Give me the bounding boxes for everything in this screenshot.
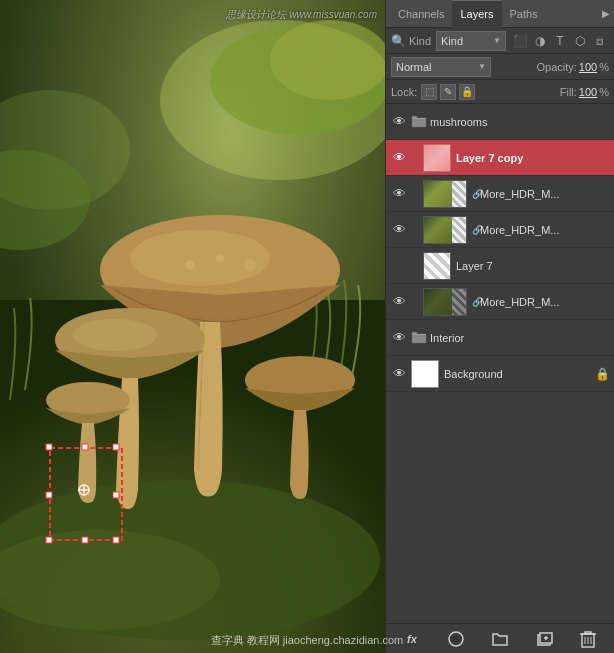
layer-name-hdr3: More_HDR_M... — [480, 296, 610, 308]
lock-row: Lock: ⬚ ✎ 🔒 Fill: 100 % — [386, 80, 614, 104]
layer-item-layer7[interactable]: Layer 7 — [386, 248, 614, 284]
visibility-mushrooms[interactable]: 👁 — [390, 113, 408, 131]
layer-item-background[interactable]: 👁 Background 🔒 — [386, 356, 614, 392]
thumb-hdr2 — [423, 216, 467, 244]
lock-icons: ⬚ ✎ 🔒 — [421, 84, 475, 100]
panel-options-arrow[interactable]: ▶ — [602, 8, 610, 19]
filter-icons: ⬛ ◑ T ⬡ ⧈ — [511, 32, 609, 50]
opacity-group: Opacity: 100 % — [537, 61, 610, 73]
delete-layer-button[interactable] — [578, 629, 598, 649]
svg-point-10 — [130, 230, 270, 286]
smart-filter-icon[interactable]: ⧈ — [591, 32, 609, 50]
type-filter-icon[interactable]: T — [551, 32, 569, 50]
kind-dropdown[interactable]: Kind ▼ — [436, 31, 506, 51]
pixel-filter-icon[interactable]: ⬛ — [511, 32, 529, 50]
layers-panel: Channels Layers Paths ▶ 🔍 Kind Kind ▼ ⬛ … — [385, 0, 614, 653]
opacity-input[interactable]: 100 — [579, 61, 597, 73]
visibility-layer7[interactable] — [390, 257, 408, 275]
layer-name-interior: Interior — [430, 332, 610, 344]
layer-name-background: Background — [444, 368, 595, 380]
fill-label: Fill: — [560, 86, 577, 98]
blend-mode-dropdown[interactable]: Normal ▼ — [391, 57, 491, 77]
lock-all-icon[interactable]: 🔒 — [459, 84, 475, 100]
blend-mode-value: Normal — [396, 61, 431, 73]
svg-rect-26 — [113, 492, 119, 498]
layer-item-mushrooms-group[interactable]: 👁 mushrooms — [386, 104, 614, 140]
blend-mode-row: Normal ▼ Opacity: 100 % — [386, 54, 614, 80]
fx-button[interactable]: fx — [402, 629, 422, 649]
opacity-suffix: % — [599, 61, 609, 73]
kind-dropdown-arrow: ▼ — [493, 36, 501, 45]
lock-position-icon[interactable]: ✎ — [440, 84, 456, 100]
watermark-bottom: 查字典 教程网 jiaocheng.chazidian.com — [211, 633, 404, 648]
layer-name-layer7: Layer 7 — [456, 260, 610, 272]
opacity-label: Opacity: — [537, 61, 577, 73]
visibility-background[interactable]: 👁 — [390, 365, 408, 383]
thumb-layer7copy — [423, 144, 451, 172]
tab-channels[interactable]: Channels — [390, 0, 452, 28]
new-group-button[interactable] — [490, 629, 510, 649]
svg-rect-21 — [46, 537, 52, 543]
svg-point-13 — [244, 259, 256, 271]
panel-bottom: fx — [386, 623, 614, 653]
layer-item-hdr3[interactable]: 👁 🔗 More_HDR_M... — [386, 284, 614, 320]
layer-item-layer7copy[interactable]: 👁 Layer 7 copy — [386, 140, 614, 176]
layer-item-hdr2[interactable]: 👁 🔗 More_HDR_M... — [386, 212, 614, 248]
thumb-background — [411, 360, 439, 388]
svg-rect-20 — [113, 444, 119, 450]
visibility-hdr3[interactable]: 👁 — [390, 293, 408, 311]
lock-pixels-icon[interactable]: ⬚ — [421, 84, 437, 100]
svg-rect-24 — [82, 537, 88, 543]
svg-point-11 — [185, 260, 195, 270]
visibility-interior[interactable]: 👁 — [390, 329, 408, 347]
watermark-top: 思缘设计论坛 www.missvuan.com — [226, 8, 377, 22]
svg-rect-25 — [46, 492, 52, 498]
layer-item-interior[interactable]: 👁 Interior — [386, 320, 614, 356]
layer-name-mushrooms: mushrooms — [430, 116, 610, 128]
thumb-hdr3 — [423, 288, 467, 316]
shape-filter-icon[interactable]: ⬡ — [571, 32, 589, 50]
tab-paths[interactable]: Paths — [502, 0, 546, 28]
svg-rect-19 — [46, 444, 52, 450]
layer-name-hdr2: More_HDR_M... — [480, 224, 610, 236]
adjust-filter-icon[interactable]: ◑ — [531, 32, 549, 50]
fill-suffix: % — [599, 86, 609, 98]
layer-name-hdr1: More_HDR_M... — [480, 188, 610, 200]
panel-tabs: Channels Layers Paths ▶ — [386, 0, 614, 28]
thumb-hdr1 — [423, 180, 467, 208]
svg-point-31 — [452, 635, 460, 643]
thumb-layer7 — [423, 252, 451, 280]
svg-rect-23 — [82, 444, 88, 450]
visibility-hdr2[interactable]: 👁 — [390, 221, 408, 239]
fill-group: Fill: 100 % — [560, 86, 609, 98]
new-layer-button[interactable] — [534, 629, 554, 649]
canvas-image — [0, 0, 385, 653]
fill-input[interactable]: 100 — [579, 86, 597, 98]
blend-dropdown-arrow: ▼ — [478, 62, 486, 71]
folder-icon — [411, 114, 427, 130]
add-mask-button[interactable] — [446, 629, 466, 649]
folder-icon-interior — [411, 330, 427, 346]
layer-item-hdr1[interactable]: 👁 🔗 More_HDR_M... — [386, 176, 614, 212]
svg-point-12 — [216, 254, 224, 262]
filter-row: 🔍 Kind Kind ▼ ⬛ ◑ T ⬡ ⧈ — [386, 28, 614, 54]
visibility-layer7copy[interactable]: 👁 — [390, 149, 408, 167]
canvas-area: 思缘设计论坛 www.missvuan.com — [0, 0, 385, 653]
filter-label: Kind — [409, 35, 431, 47]
svg-rect-22 — [113, 537, 119, 543]
tab-layers[interactable]: Layers — [452, 0, 501, 28]
visibility-hdr1[interactable]: 👁 — [390, 185, 408, 203]
svg-point-15 — [73, 319, 157, 351]
svg-point-5 — [270, 20, 385, 100]
layer-list: 👁 mushrooms 👁 Layer 7 copy 👁 — [386, 104, 614, 623]
lock-label: Lock: — [391, 86, 417, 98]
layer-name-layer7copy: Layer 7 copy — [456, 152, 610, 164]
